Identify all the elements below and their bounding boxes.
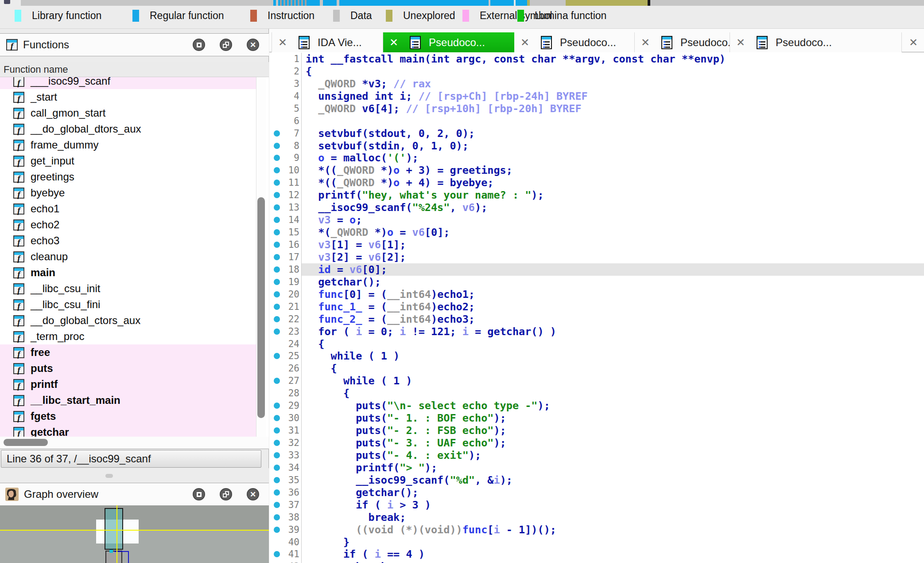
panel-close-button[interactable]: ✕ [247, 39, 259, 51]
breakpoint-dot[interactable] [269, 155, 284, 161]
panel-float-button[interactable] [220, 39, 232, 51]
code-token: v3 [318, 238, 330, 251]
tab[interactable]: ✕ Pseudoco... [514, 32, 635, 52]
code-text: { [301, 65, 924, 78]
function-list-item[interactable]: f greetings [0, 169, 256, 185]
line-number: 11 [284, 177, 301, 188]
breakpoint-dot[interactable] [269, 353, 284, 359]
divider [0, 449, 269, 449]
tab-close-icon[interactable]: ✕ [736, 36, 745, 49]
breakpoint-dot[interactable] [269, 204, 284, 211]
tab[interactable]: ✕ Pseudoco... [730, 32, 902, 52]
breakpoint-dot[interactable] [269, 242, 284, 248]
function-list-item[interactable]: f printf [0, 376, 256, 392]
navigation-band[interactable] [0, 0, 924, 6]
code-token: ((void (*)(void)) [356, 524, 462, 536]
function-list-item[interactable]: f getchar [0, 424, 256, 437]
function-list-item[interactable]: f main [0, 265, 256, 281]
tab[interactable]: ✕ IDA Vie... [272, 32, 383, 52]
code-token: printf( [306, 461, 400, 474]
code-text: while ( 1 ) [301, 375, 924, 387]
function-name-column-header[interactable]: Function name [0, 62, 269, 77]
panel-splitter[interactable] [0, 468, 269, 483]
breakpoint-dot[interactable] [269, 130, 284, 137]
breakpoint-dot[interactable] [269, 465, 284, 471]
breakpoint-dot[interactable] [269, 527, 284, 533]
tab-close-icon[interactable]: ✕ [641, 36, 650, 49]
code-text: if ( i == 4 ) [301, 548, 924, 561]
breakpoint-dot[interactable] [269, 403, 284, 409]
function-list-item[interactable]: f _term_proc [0, 328, 256, 344]
function-list-item[interactable]: f __libc_csu_fini [0, 297, 256, 313]
breakpoint-dot[interactable] [269, 378, 284, 384]
code-line: 3 _QWORD *v3; // rax [269, 78, 924, 90]
breakpoint-dot[interactable] [269, 304, 284, 310]
breakpoint-dot[interactable] [269, 316, 284, 322]
breakpoint-dot[interactable] [269, 167, 284, 173]
function-list-item[interactable]: f __do_global_dtors_aux [0, 121, 256, 137]
horizontal-scrollbar-thumb[interactable] [4, 439, 48, 446]
pseudocode-view[interactable]: 1 int __fastcall main(int argc, const ch… [269, 52, 924, 563]
breakpoint-dot[interactable] [269, 489, 284, 496]
breakpoint-dot[interactable] [269, 291, 284, 297]
code-line: 36 getchar(); [269, 486, 924, 499]
function-list[interactable]: f ___isoc99_scanf f _start f call_gmon_s… [0, 77, 269, 437]
function-list-item[interactable]: f free [0, 344, 256, 360]
panel-maximize-button[interactable] [193, 488, 205, 500]
breakpoint-dot[interactable] [269, 192, 284, 198]
breakpoint-dot[interactable] [269, 254, 284, 260]
function-list-item[interactable]: f echo2 [0, 217, 256, 233]
tab-close-icon[interactable]: ✕ [520, 36, 529, 49]
tab[interactable]: ✕ Pseudoco... [383, 32, 514, 52]
breakpoint-dot[interactable] [269, 328, 284, 335]
tab-close-icon[interactable]: ✕ [389, 36, 398, 49]
function-list-item[interactable]: f echo1 [0, 201, 256, 217]
splitter-grip[interactable] [105, 474, 113, 478]
breakpoint-dot[interactable] [269, 514, 284, 520]
breakpoint-dot[interactable] [269, 551, 284, 557]
code-token: '(' [387, 152, 406, 164]
breakpoint-dot[interactable] [269, 452, 284, 458]
function-list-item[interactable]: f echo3 [0, 233, 256, 249]
breakpoint-dot[interactable] [269, 266, 284, 273]
breakpoint-dot[interactable] [269, 180, 284, 186]
panel-close-button[interactable]: ✕ [247, 488, 259, 500]
function-list-vertical-scrollbar[interactable] [256, 77, 266, 437]
tab-bar[interactable]: ✕ IDA Vie... ✕ Pseudoco... ✕ Pseudoco...… [269, 29, 924, 52]
tab[interactable]: ✕ Pseudoco... [635, 32, 730, 52]
function-list-horizontal-scrollbar[interactable] [0, 437, 269, 449]
tab-close-icon[interactable]: ✕ [909, 32, 918, 52]
function-list-item[interactable]: f ___isoc99_scanf [0, 77, 256, 89]
tab-close-icon[interactable]: ✕ [278, 36, 287, 49]
function-list-item[interactable]: f puts [0, 360, 256, 376]
breakpoint-dot[interactable] [269, 143, 284, 149]
vertical-scrollbar-thumb[interactable] [257, 197, 265, 418]
panel-maximize-button[interactable] [193, 39, 205, 51]
code-token: "%24s" [412, 201, 450, 214]
breakpoint-dot[interactable] [269, 477, 284, 483]
function-list-item[interactable]: f cleanup [0, 249, 256, 265]
graph-viewport-rect[interactable] [105, 508, 123, 550]
breakpoint-dot[interactable] [269, 502, 284, 508]
function-icon: f [13, 331, 24, 342]
function-list-item[interactable]: f get_input [0, 153, 256, 169]
breakpoint-dot[interactable] [269, 229, 284, 235]
function-list-item[interactable]: f call_gmon_start [0, 105, 256, 121]
function-list-item[interactable]: f byebye [0, 185, 256, 201]
function-list-item[interactable]: f __libc_csu_init [0, 281, 256, 297]
function-list-item[interactable]: f __libc_start_main [0, 392, 256, 408]
breakpoint-dot[interactable] [269, 427, 284, 434]
breakpoint-dot[interactable] [269, 440, 284, 446]
function-list-item[interactable]: f fgets [0, 408, 256, 424]
code-token: *( [306, 226, 331, 238]
graph-overview-view[interactable] [0, 505, 269, 563]
function-list-item[interactable]: f frame_dummy [0, 137, 256, 153]
panel-float-button[interactable] [220, 488, 232, 500]
breakpoint-dot[interactable] [269, 415, 284, 421]
code-token: for ( [306, 325, 356, 338]
breakpoint-dot[interactable] [269, 217, 284, 223]
function-list-item[interactable]: f _start [0, 89, 256, 105]
line-number: 1 [284, 54, 301, 64]
function-list-item[interactable]: f __do_global_ctors_aux [0, 313, 256, 328]
breakpoint-dot[interactable] [269, 279, 284, 285]
